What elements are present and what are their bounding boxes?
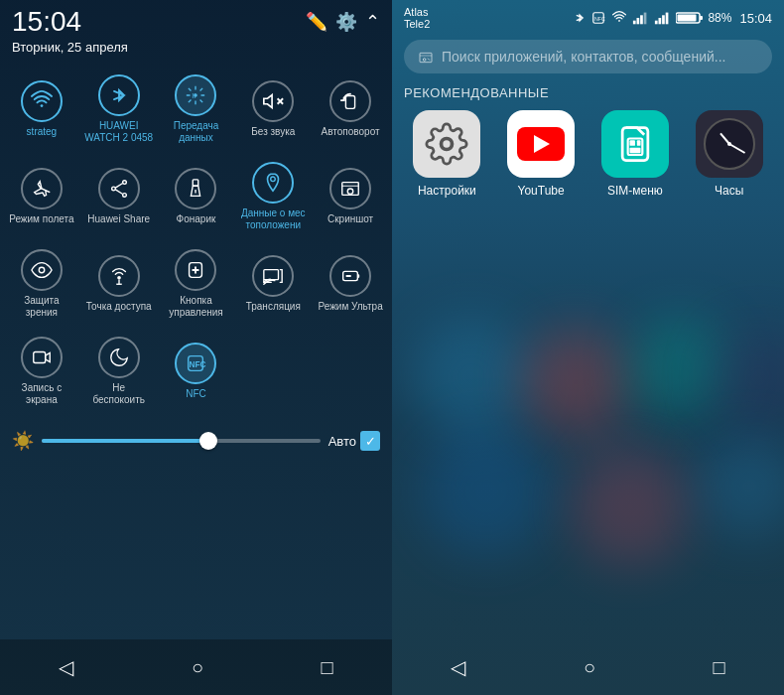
bluetooth-status-icon [573, 11, 587, 25]
edit-icon[interactable]: ✏️ [306, 11, 327, 33]
qs-data-label: Передачаданных [174, 120, 219, 144]
quick-settings-grid: strateg HUAWEIWATCH 2 0458 II Передачада… [0, 63, 392, 418]
qs-eye[interactable]: Защитазрения [4, 241, 79, 327]
qs-huawei-share[interactable]: Huawei Share [81, 154, 157, 239]
svg-rect-41 [666, 13, 669, 25]
svg-rect-43 [700, 16, 703, 20]
svg-point-0 [41, 104, 44, 107]
qs-dnd[interactable]: Небеспокоить [81, 329, 157, 414]
svg-rect-37 [644, 13, 647, 25]
svg-rect-45 [420, 53, 432, 62]
status-bar-left: 15:04 ✏️ ⚙️ ⌃ [0, 0, 392, 40]
svg-line-48 [428, 59, 430, 61]
settings-icon[interactable]: ⚙️ [335, 11, 357, 33]
carrier-info: Atlas Tele2 [404, 6, 430, 30]
app-sim[interactable]: SIM-меню [592, 110, 679, 198]
qs-button-label: Кнопкауправления [169, 295, 223, 319]
svg-rect-24 [264, 270, 279, 280]
qs-bluetooth[interactable]: HUAWEIWATCH 2 0458 [81, 67, 157, 152]
svg-text:NFC: NFC [594, 16, 605, 22]
svg-point-17 [39, 267, 45, 273]
clock-app-label: Часы [715, 184, 743, 198]
recents-button-right[interactable]: □ [698, 652, 741, 683]
home-button-right[interactable]: ○ [568, 652, 611, 683]
time-right: 15:04 [739, 11, 772, 26]
svg-point-33 [619, 20, 621, 22]
sim-app-label: SIM-меню [607, 184, 663, 198]
bg-blob-2 [521, 328, 630, 437]
qs-button[interactable]: Кнопкауправления [159, 241, 234, 327]
qs-location[interactable]: Данные о местоположени [235, 154, 311, 239]
brightness-control: ☀️ Авто ✓ [0, 422, 392, 460]
wifi-status-icon [610, 11, 628, 25]
svg-point-13 [271, 177, 276, 182]
top-icons: ✏️ ⚙️ ⌃ [306, 11, 380, 33]
collapse-icon[interactable]: ⌃ [365, 11, 380, 33]
qs-nfc[interactable]: NFC NFC [159, 329, 234, 414]
status-bar-right: Atlas Tele2 NFC [392, 0, 784, 36]
carrier2: Tele2 [404, 18, 430, 30]
brightness-auto-label: Авто [328, 434, 356, 449]
qs-flashlight-label: Фонарик [177, 213, 216, 225]
bg-blob-7 [700, 437, 784, 536]
qs-screenshot[interactable]: Скриншот [313, 154, 388, 239]
qs-hotspot[interactable]: Точка доступа [81, 241, 157, 327]
qs-airplane[interactable]: Режим полета [4, 154, 79, 239]
svg-line-9 [115, 184, 122, 189]
svg-text:NFC: NFC [190, 360, 206, 369]
svg-point-16 [347, 189, 353, 195]
brightness-slider[interactable] [42, 439, 321, 443]
back-button-right[interactable]: ◁ [435, 651, 481, 683]
qs-ultra-label: Режим Ультра [318, 301, 382, 313]
qs-airplane-label: Режим полета [9, 213, 73, 225]
svg-point-49 [442, 139, 453, 150]
qs-wifi-label: strateg [27, 126, 58, 138]
qs-location-label: Данные о местоположени [241, 208, 306, 231]
qs-wifi[interactable]: strateg [4, 67, 79, 152]
app-youtube[interactable]: YouTube [498, 110, 585, 198]
svg-point-7 [122, 194, 126, 198]
auto-checkbox[interactable]: ✓ [360, 431, 380, 451]
settings-app-label: Настройки [418, 184, 476, 198]
signal2-icon [654, 11, 672, 25]
app-settings[interactable]: Настройки [404, 110, 490, 198]
carrier1: Atlas [404, 6, 430, 18]
qs-cast-label: Трансляция [246, 301, 301, 313]
qs-autorotate-label: Автоповорот [322, 126, 380, 138]
qs-bluetooth-label: HUAWEIWATCH 2 0458 [84, 120, 153, 144]
qs-huawei-share-label: Huawei Share [87, 213, 150, 225]
home-button[interactable]: ○ [176, 652, 219, 683]
qs-screenshot-label: Скриншот [327, 213, 373, 225]
svg-rect-54 [629, 148, 640, 154]
qs-data[interactable]: II Передачаданных [159, 67, 234, 152]
qs-cast[interactable]: Трансляция [235, 241, 311, 327]
notification-shade: 15:04 ✏️ ⚙️ ⌃ Вторник, 25 апреля strateg [0, 0, 392, 695]
svg-rect-36 [641, 15, 644, 24]
svg-rect-28 [34, 352, 46, 363]
back-button[interactable]: ◁ [43, 651, 89, 683]
qs-autorotate[interactable]: Автоповорот [313, 67, 388, 152]
qs-record[interactable]: Запись сэкрана [4, 329, 79, 414]
qs-flashlight[interactable]: Фонарик [159, 154, 234, 239]
qs-sound[interactable]: Без звука [235, 67, 311, 152]
svg-text:II: II [193, 91, 196, 100]
brightness-auto[interactable]: Авто ✓ [328, 431, 380, 451]
search-placeholder: Поиск приложений, контактов, сообщений..… [442, 49, 725, 65]
battery-percent: 88% [708, 11, 731, 25]
qs-sound-label: Без звука [251, 126, 295, 138]
svg-point-6 [122, 181, 126, 185]
qs-nfc-label: NFC [186, 388, 206, 400]
svg-rect-53 [637, 140, 641, 146]
svg-rect-34 [633, 21, 636, 25]
svg-rect-26 [357, 274, 359, 278]
recents-button[interactable]: □ [306, 652, 349, 683]
recommended-label: РЕКОМЕНДОВАННЫЕ [392, 81, 784, 110]
sim-app-icon [601, 110, 669, 178]
signal1-icon [632, 11, 650, 25]
settings-app-icon [413, 110, 480, 178]
qs-ultra[interactable]: Режим Ультра [313, 241, 388, 327]
search-bar[interactable]: Поиск приложений, контактов, сообщений..… [404, 40, 772, 73]
bottom-nav-right: ◁ ○ □ [392, 639, 784, 695]
bg-blob-1 [412, 318, 531, 437]
app-clock[interactable]: Часы [686, 110, 772, 198]
